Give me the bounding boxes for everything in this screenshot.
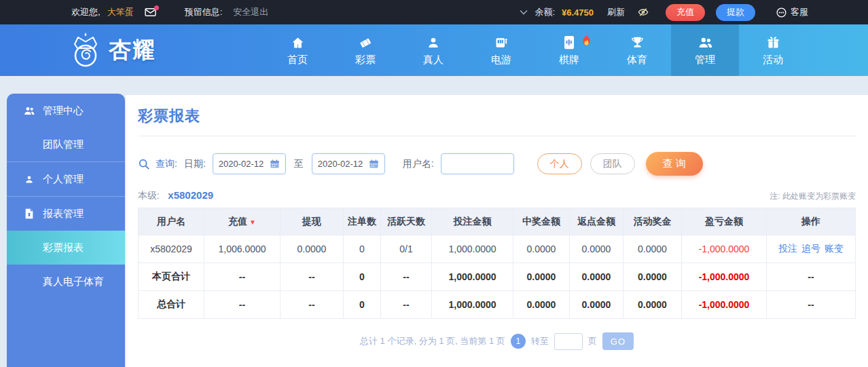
table-row-page-total: 本页合计 -- -- 0 -- 1,000.0000 0.0000 0.0000…	[139, 263, 856, 291]
balance-label: 余额:	[535, 6, 555, 18]
date-to-input[interactable]: 2020-02-12	[312, 153, 385, 174]
cell-bet-amount: 1,000.0000	[432, 263, 513, 291]
sidebar-item-live-esports[interactable]: 真人电子体育	[7, 265, 125, 298]
nav-item-lottery[interactable]: 彩票	[331, 24, 399, 76]
sidebar-group-management-center: 管理中心 团队管理	[7, 94, 125, 161]
sidebar-item-label: 彩票报表	[43, 242, 84, 254]
personal-toggle-button[interactable]: 个人	[537, 153, 582, 174]
level-row: 本级: x5802029 注: 此处账变为彩票账变	[138, 189, 856, 202]
navbar: 杏耀 首页 彩票 真人	[0, 24, 868, 76]
level-user-link[interactable]: x5802029	[168, 189, 213, 201]
page-number-button[interactable]: 1	[511, 334, 526, 349]
cell-rebate-amount: 0.0000	[570, 263, 623, 291]
refresh-button[interactable]: 刷新	[607, 6, 625, 18]
sidebar: 管理中心 团队管理 个人管理 报表管	[7, 94, 125, 367]
col-username: 用户名	[139, 208, 204, 235]
nav-menu: 首页 彩票 真人 电游 中	[264, 24, 807, 76]
username-input[interactable]	[441, 153, 514, 174]
sidebar-item-lottery-report[interactable]: 彩票报表	[7, 231, 125, 265]
cell-pnl: -1,000.0000	[682, 291, 767, 319]
balance-value: ¥6.4750	[562, 7, 594, 18]
col-bet-count: 注单数	[344, 208, 381, 235]
cell-rebate-amount: 0.0000	[570, 291, 623, 319]
eye-hide-icon[interactable]	[637, 7, 649, 18]
nav-item-home[interactable]: 首页	[264, 24, 331, 76]
home-icon	[291, 35, 305, 50]
chevron-down-icon[interactable]	[520, 9, 528, 15]
topbar-right: 余额: ¥6.4750 刷新 充值 提款 客服	[520, 4, 808, 21]
query-label: 查询:	[156, 158, 177, 170]
report-icon	[23, 208, 35, 219]
goto-page-input[interactable]	[554, 333, 583, 350]
cell-label: 总合计	[139, 291, 204, 319]
col-activity-bonus: 活动奖金	[623, 208, 682, 235]
nav-item-label: 电游	[491, 54, 511, 66]
sidebar-group-reports: 报表管理 彩票报表 真人电子体育	[7, 196, 125, 298]
users-icon	[23, 106, 35, 116]
ticket-icon	[358, 35, 373, 50]
mahjong-tile-icon: 中	[564, 35, 575, 50]
brand-logo[interactable]: 杏耀	[68, 31, 156, 69]
nav-item-label: 真人	[423, 54, 444, 66]
customer-service-button[interactable]: 客服	[776, 6, 808, 18]
page-body: 管理中心 团队管理 个人管理 报表管	[0, 76, 868, 367]
cell-rebate-amount: 0.0000	[570, 235, 623, 263]
user-icon	[23, 174, 35, 185]
withdraw-button[interactable]: 提款	[716, 4, 755, 21]
nav-item-label: 管理	[695, 54, 715, 66]
cell-actions: 投注追号账变	[767, 235, 856, 263]
cell-withdraw: --	[281, 291, 344, 319]
cell-pnl: -1,000.0000	[682, 263, 767, 291]
search-button[interactable]: 查 询	[646, 152, 703, 176]
cell-deposit: --	[204, 263, 281, 291]
col-deposit-sortable[interactable]: 充值▼	[204, 208, 281, 235]
nav-item-boardgames[interactable]: 中 棋牌	[535, 24, 603, 76]
cell-bet-count: 0	[344, 263, 381, 291]
cell-pnl: -1,000.0000	[682, 235, 767, 263]
cell-deposit: --	[204, 291, 281, 319]
sidebar-item-management-center[interactable]: 管理中心	[7, 94, 125, 128]
account-change-link[interactable]: 账变	[825, 243, 844, 254]
cell-activity-bonus: 0.0000	[623, 263, 682, 291]
go-button[interactable]: GO	[602, 332, 634, 350]
person-icon	[427, 35, 440, 50]
main-panel: 彩票报表 查询: 日期: 2020-02-12 至 2020-02-12	[126, 95, 868, 367]
col-rebate-amount: 返点金额	[570, 208, 623, 235]
nav-item-live[interactable]: 真人	[399, 24, 467, 76]
deposit-button[interactable]: 充值	[666, 4, 705, 21]
fire-icon	[581, 34, 592, 49]
cell-actions: --	[767, 291, 856, 319]
sort-desc-icon: ▼	[249, 218, 256, 226]
team-toggle-button[interactable]: 团队	[590, 153, 635, 174]
nav-item-sports[interactable]: 体育	[603, 24, 671, 76]
sidebar-item-team-management[interactable]: 团队管理	[7, 128, 125, 161]
pagination-summary: 总计 1 个记录, 分为 1 页, 当前第 1 页	[360, 335, 505, 347]
nav-item-egames[interactable]: 电游	[467, 24, 535, 76]
reserved-info-label: 预留信息:	[185, 6, 223, 18]
table-header-row: 用户名 充值▼ 提现 注单数 活跃天数 投注金额 中奖金额 返点金额 活动奖金 …	[139, 208, 856, 235]
logout-link[interactable]: 安全退出	[233, 6, 268, 18]
customer-service-label: 客服	[791, 6, 808, 18]
cell-deposit: 1,006.0000	[204, 235, 281, 263]
bets-link[interactable]: 投注	[778, 243, 797, 254]
sidebar-group-personal: 个人管理	[7, 161, 125, 196]
people-icon	[698, 35, 713, 50]
cell-active-days: --	[381, 263, 432, 291]
nav-item-promotions[interactable]: 活动	[739, 24, 807, 76]
level-label: 本级:	[138, 190, 160, 201]
username-label: 用户名:	[403, 158, 434, 170]
chase-link[interactable]: 追号	[801, 243, 820, 254]
sidebar-item-report-management[interactable]: 报表管理	[7, 197, 125, 231]
nav-item-label: 活动	[763, 54, 783, 66]
calendar-icon	[369, 159, 379, 169]
notification-dot	[154, 5, 159, 10]
nav-item-management[interactable]: 管理	[671, 24, 739, 76]
sidebar-item-label: 团队管理	[43, 138, 84, 151]
sidebar-item-personal-management[interactable]: 个人管理	[7, 162, 125, 196]
page-title: 彩票报表	[138, 106, 856, 126]
mail-icon[interactable]	[145, 7, 156, 17]
level-info: 本级: x5802029	[138, 189, 213, 202]
report-table: 用户名 充值▼ 提现 注单数 活跃天数 投注金额 中奖金额 返点金额 活动奖金 …	[138, 208, 856, 319]
page-unit-label: 页	[588, 335, 597, 347]
date-from-input[interactable]: 2020-02-12	[213, 153, 286, 174]
